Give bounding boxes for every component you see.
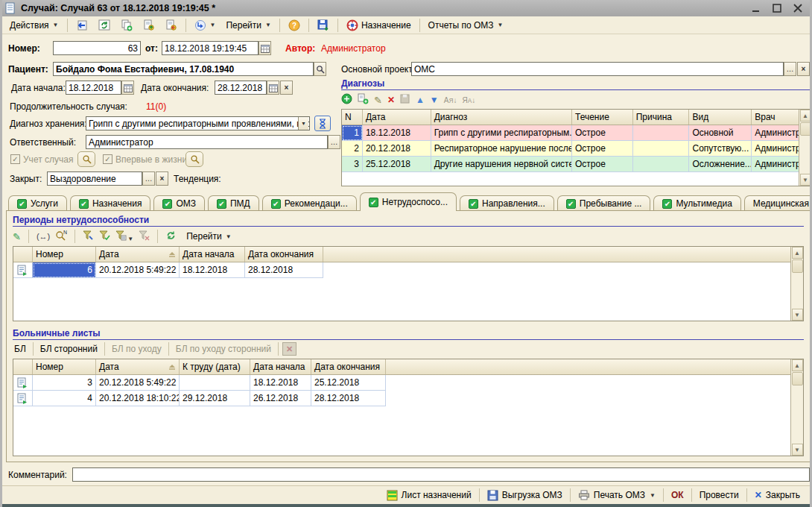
column-header[interactable]: Диагноз [431, 110, 572, 125]
column-header[interactable]: Вид [689, 110, 752, 125]
tab-napravleniya[interactable]: ✔Направления... [460, 195, 554, 211]
save-row-button[interactable] [400, 94, 410, 107]
bl-external-button[interactable]: БЛ сторонний [36, 341, 102, 356]
column-header[interactable]: Причина [633, 110, 690, 125]
post-document-button[interactable] [139, 17, 159, 33]
help-button[interactable]: ? [284, 17, 305, 33]
goto-button[interactable]: Перейти▼ [221, 17, 275, 33]
table-row[interactable]: 3 25.12.2018 Другие нарушения нервной си… [342, 157, 799, 172]
closed-input[interactable]: Выздоровление [47, 171, 142, 186]
close-button[interactable] [791, 2, 805, 14]
scrollbar-vertical[interactable]: ▲ ▼ [790, 359, 803, 456]
scroll-down-icon[interactable]: ▼ [792, 444, 803, 456]
assignment-sheet-button[interactable]: Лист назначений [381, 490, 477, 501]
closed-choose-button[interactable]: … [142, 171, 155, 186]
filter-settings-button[interactable] [83, 230, 94, 243]
tab-naznacheniya[interactable]: ✔Назначения [70, 195, 151, 211]
diagnosis-dropdown-button[interactable]: ▼ [298, 117, 308, 130]
scroll-down-icon[interactable]: ▼ [800, 174, 811, 186]
diagnosis-select[interactable]: Грипп с другими респираторными проявлени… [86, 116, 310, 130]
subordination-button[interactable]: ▼ [190, 17, 221, 33]
bl-button[interactable]: БЛ [10, 341, 31, 356]
column-header[interactable]: Номер [33, 359, 96, 374]
table-row[interactable]: 6 20.12.2018 5:49:22 18.12.2018 28.12.20… [13, 262, 790, 278]
date-end-input[interactable]: 28.12.2018 [215, 81, 267, 95]
comment-input[interactable] [72, 467, 810, 482]
sort-asc-button[interactable]: АЯ↓ [444, 95, 457, 105]
column-header[interactable]: N [342, 110, 363, 125]
column-header[interactable]: Дата [96, 247, 180, 262]
filter-on-button[interactable] [99, 230, 110, 243]
scroll-thumb[interactable] [800, 122, 811, 136]
table-row[interactable]: 3 20.12.2018 5:49:22 18.12.2018 25.12.20… [13, 375, 790, 391]
scroll-thumb[interactable] [792, 372, 803, 385]
scroll-up-icon[interactable]: ▲ [800, 110, 811, 122]
responsible-choose-button[interactable]: … [328, 135, 340, 149]
copy-button[interactable] [116, 17, 137, 33]
scroll-down-icon[interactable]: ▼ [792, 309, 803, 321]
column-header[interactable]: К труду (дата) [180, 359, 250, 374]
case-account-checkbox[interactable]: ✓ [10, 154, 20, 164]
sort-desc-button[interactable]: ЯА↓ [462, 95, 475, 105]
table-row[interactable]: 2 20.12.2018 Респираторное нарушение пос… [342, 141, 799, 157]
print-omz-button[interactable]: Печать ОМЗ▼ [573, 490, 661, 500]
project-input[interactable]: ОМС [411, 62, 784, 76]
maximize-button[interactable] [770, 2, 784, 14]
patient-input[interactable]: Бойдало Фома Евстафиевич, 17.08.1940 [53, 62, 314, 76]
number-input[interactable]: 63 [53, 41, 141, 55]
column-header[interactable]: Течение [572, 110, 633, 125]
close-form-button[interactable]: ✕Закрыть [749, 490, 805, 500]
filter-by-value-button[interactable]: ▼ [115, 230, 133, 243]
bl-care-external-button[interactable]: БЛ по уходу сторонний [171, 341, 276, 356]
ok-button[interactable]: ОК [666, 490, 689, 500]
table-row[interactable]: 1 18.12.2018 Грипп с другими респираторн… [342, 125, 799, 141]
bl-care-button[interactable]: БЛ по уходу [107, 341, 166, 356]
find-number-button[interactable]: N [55, 230, 67, 243]
tab-pmd[interactable]: ✔ПМД [208, 195, 259, 211]
copy-row-button[interactable] [358, 93, 369, 107]
tab-omz[interactable]: ✔ОМЗ [153, 195, 205, 211]
save-omz-button[interactable] [313, 17, 334, 33]
fit-width-button[interactable]: (↔) [37, 231, 50, 242]
omz-reports-button[interactable]: Отчеты по ОМЗ▼ [424, 17, 508, 33]
date-start-input[interactable]: 18.12.2018 [66, 81, 121, 95]
calendar-button[interactable] [267, 81, 279, 95]
case-account-search-button[interactable] [77, 151, 95, 167]
minimize-button[interactable] [749, 2, 763, 14]
tab-uslugi[interactable]: ✔Услуги [8, 195, 67, 211]
closed-clear-button[interactable]: × [156, 171, 168, 186]
from-date-input[interactable]: 18.12.2018 19:19:45 [162, 41, 258, 55]
scroll-up-icon[interactable]: ▲ [792, 247, 803, 259]
reread-button[interactable] [72, 17, 92, 33]
diagnosis-history-button[interactable] [314, 116, 331, 131]
first-time-search-button[interactable] [185, 151, 203, 167]
assignment-button[interactable]: Назначение [342, 17, 416, 33]
tab-multimedia[interactable]: ✔Мультимедиа [653, 195, 740, 211]
responsible-input[interactable]: Администратор [86, 135, 328, 149]
move-up-button[interactable]: ▲ [416, 95, 425, 105]
column-header[interactable]: Дата [363, 110, 431, 125]
scrollbar-vertical[interactable]: ▲ ▼ [790, 247, 803, 321]
scroll-up-icon[interactable]: ▲ [792, 359, 803, 371]
tab-netrudosposobnost[interactable]: ✔Нетрудоспосо... [360, 192, 457, 211]
column-header[interactable]: Дата окончания [245, 247, 323, 262]
delete-row-button[interactable]: ✕ [387, 95, 395, 105]
column-header[interactable]: Дата начала [180, 247, 245, 262]
calendar-button[interactable] [121, 81, 134, 95]
bl-delete-button[interactable]: ✕ [282, 342, 296, 356]
post-button[interactable]: Провести [694, 490, 744, 500]
tab-prebyvanie[interactable]: ✔Пребывание ... [557, 195, 651, 211]
tab-medicinskaya-pomosch[interactable]: Медицинская по... [744, 195, 812, 211]
clear-filter-button[interactable] [139, 230, 150, 243]
column-header[interactable]: Дата начала [250, 359, 311, 374]
edit-row-button[interactable]: ✎ [374, 95, 382, 106]
project-clear-button[interactable]: × [797, 62, 810, 76]
add-row-button[interactable] [341, 93, 352, 107]
actions-button[interactable]: Действия▼ [5, 17, 63, 33]
first-time-checkbox[interactable]: ✓ [103, 154, 112, 164]
table-row[interactable]: 4 20.12.2018 18:10:22 29.12.2018 26.12.2… [13, 391, 790, 406]
refresh-button[interactable] [94, 17, 115, 33]
calendar-button[interactable] [258, 41, 271, 55]
scrollbar-vertical[interactable]: ▲ ▼ [799, 110, 811, 186]
column-header[interactable]: Врач [752, 110, 799, 125]
